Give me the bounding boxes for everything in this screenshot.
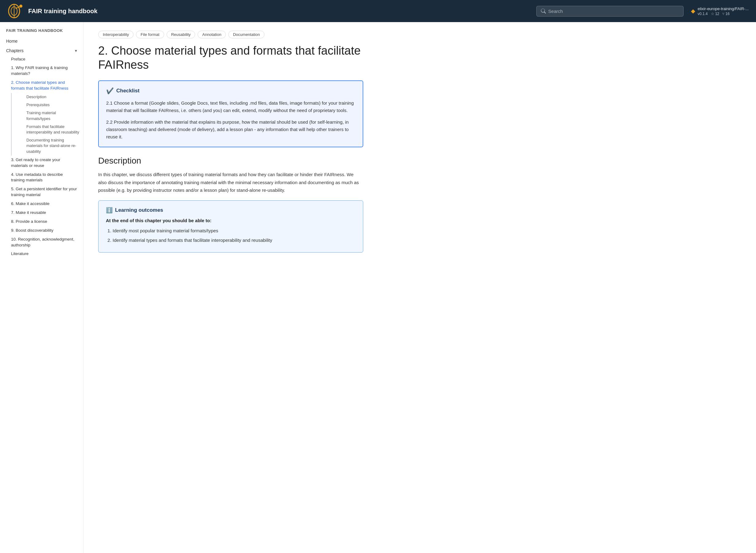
repo-stars: ☆ 12: [711, 12, 720, 16]
repo-forks: ⑂ 16: [722, 12, 730, 16]
sidebar-item-chapter5[interactable]: 5. Get a persistent identifier for your …: [2, 185, 83, 200]
learning-outcomes-box: ℹ️ Learning outcomes At the end of this …: [98, 201, 363, 252]
tags-row: Interoperability File format Reusability…: [98, 31, 363, 38]
header: FAIR training handbook ◆ elixir-europe-t…: [0, 0, 756, 22]
sidebar-item-interop-reusability[interactable]: Formats that facilitate interoperability…: [23, 123, 83, 136]
tag-file-format[interactable]: File format: [136, 31, 164, 38]
search-input[interactable]: [548, 9, 679, 14]
checklist-heading: Checklist: [116, 88, 140, 94]
sidebar-item-preface[interactable]: Preface: [2, 55, 83, 64]
header-title: FAIR training handbook: [28, 8, 98, 15]
tag-documentation[interactable]: Documentation: [228, 31, 264, 38]
sidebar-item-chapter7[interactable]: 7. Make it reusable: [2, 208, 83, 217]
checklist-box: ✔️ Checklist 2.1 Choose a format (Google…: [98, 80, 363, 147]
outcomes-sub-heading: At the end of this chapter you should be…: [106, 218, 356, 223]
sidebar: FAIR training handbook Home Chapters ▾ P…: [0, 22, 83, 553]
logo-area: FAIR training handbook: [7, 3, 98, 19]
sidebar-chapter2-sub: Description Prerequisites Training mater…: [11, 93, 83, 156]
repo-version: v0.1.4: [698, 12, 708, 16]
sidebar-title: FAIR training handbook: [0, 28, 83, 36]
search-icon: [541, 9, 546, 13]
main-content: Interoperability File format Reusability…: [83, 22, 378, 553]
outcomes-icon: ℹ️: [106, 207, 112, 214]
sidebar-item-formats-types[interactable]: Training material formats/types: [23, 109, 83, 123]
sidebar-sub-items: Preface 1. Why FAIR training & training …: [0, 55, 83, 259]
checklist-header: ✔️ Checklist: [106, 87, 355, 94]
repo-info: ◆ elixir-europe-training/FAIR-... v0.1.4…: [691, 6, 749, 16]
sidebar-item-chapter3[interactable]: 3. Get ready to create your materials or…: [2, 156, 83, 170]
page-title: 2. Choose material types and formats tha…: [98, 44, 363, 72]
repo-name: elixir-europe-training/FAIR-...: [698, 6, 749, 11]
sidebar-item-home[interactable]: Home: [0, 36, 83, 46]
tag-reusability[interactable]: Reusability: [167, 31, 195, 38]
sidebar-item-description[interactable]: Description: [23, 93, 83, 101]
repo-meta: elixir-europe-training/FAIR-... v0.1.4 ☆…: [698, 6, 749, 16]
tag-interoperability[interactable]: Interoperability: [98, 31, 134, 38]
sidebar-item-chapter2[interactable]: 2. Choose material types and formats tha…: [2, 78, 83, 93]
sidebar-item-literature[interactable]: Literature: [2, 249, 83, 258]
elixir-logo: [7, 3, 24, 19]
sidebar-item-chapter6[interactable]: 6. Make it accessible: [2, 200, 83, 208]
description-heading: Description: [98, 156, 363, 166]
chevron-down-icon: ▾: [75, 48, 77, 53]
repo-stats: v0.1.4 ☆ 12 ⑂ 16: [698, 12, 749, 16]
sidebar-item-chapter8[interactable]: 8. Provide a license: [2, 217, 83, 226]
sidebar-item-chapter1[interactable]: 1. Why FAIR training & training material…: [2, 64, 83, 78]
checklist-item-1: 2.1 Choose a format (Google slides, Goog…: [106, 99, 355, 114]
sidebar-item-chapter10[interactable]: 10. Recognition, acknowledgment, authors…: [2, 235, 83, 250]
checklist-item-2: 2.2 Provide information with the materia…: [106, 118, 355, 141]
outcomes-item-1: Identify most popular training material …: [112, 227, 356, 235]
sidebar-chapters-header[interactable]: Chapters ▾: [0, 46, 83, 55]
layout: FAIR training handbook Home Chapters ▾ P…: [0, 22, 756, 553]
sidebar-item-chapter9[interactable]: 9. Boost discoverability: [2, 226, 83, 235]
outcomes-list: Identify most popular training material …: [106, 227, 356, 244]
repo-diamond-icon: ◆: [691, 8, 695, 14]
tag-annotation[interactable]: Annotation: [197, 31, 226, 38]
outcomes-header: ℹ️ Learning outcomes: [106, 207, 356, 214]
sidebar-item-documenting[interactable]: Documenting training materials for stand…: [23, 136, 83, 156]
outcomes-heading: Learning outcomes: [115, 207, 163, 213]
sidebar-item-chapter4[interactable]: 4. Use metadata to describe training mat…: [2, 170, 83, 185]
checklist-icon: ✔️: [106, 87, 114, 94]
outcomes-item-2: Identify material types and formats that…: [112, 236, 356, 244]
sidebar-chapters-label: Chapters: [6, 48, 24, 53]
search-box[interactable]: [536, 6, 684, 17]
description-paragraph: In this chapter, we discuss different ty…: [98, 171, 363, 194]
sidebar-item-prerequisites[interactable]: Prerequisites: [23, 101, 83, 109]
